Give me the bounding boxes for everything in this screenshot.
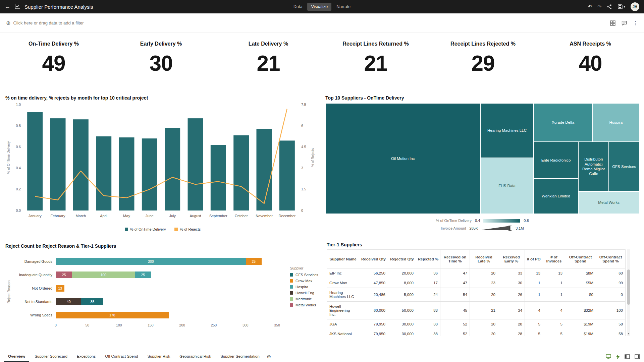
treemap-tile-fhs-data[interactable]: FHS Data [480, 158, 533, 214]
bar-september[interactable] [211, 145, 226, 210]
share-icon[interactable] [607, 4, 612, 9]
table-row-jks-national[interactable]: JKS National79,95030,0003852202855$19M58 [327, 329, 626, 336]
bar-segment-hospira[interactable]: 300 [56, 258, 246, 265]
table-row-eip-inc[interactable]: EIP Inc56,25020,000364720331313$8M60 [327, 268, 626, 278]
bar-july[interactable] [165, 128, 180, 211]
canvas-tab-supplier-risk[interactable]: Supplier Risk [143, 351, 174, 362]
tab-visualize[interactable]: Visualize [307, 3, 331, 11]
add-canvas-icon[interactable]: ⊕ [264, 351, 275, 362]
legend-item-of-ontime-delivery[interactable]: % of OnTime Delivery [125, 227, 166, 231]
table-row-howell-engineering-inc[interactable]: Howell Engineering Inc.60,00050,00083452… [327, 302, 626, 319]
bar-segment-hospira[interactable]: 25 [135, 272, 151, 278]
column-header-supplier-name[interactable]: Supplier Name [327, 250, 359, 268]
more-options-icon[interactable]: ⋮ [633, 20, 638, 26]
table-scrollbar[interactable]: ▼ [627, 249, 630, 336]
treemap-tile-ente-radiofonico[interactable]: Ente Radiofonico [534, 142, 579, 179]
column-header-received-qty[interactable]: Received Qty [359, 250, 388, 268]
ontime-rejects-chart-card[interactable]: % on time delivery, % rejects by month f… [0, 93, 323, 241]
bar-segment-grow-max[interactable]: 25 [246, 258, 262, 265]
bar-april[interactable] [96, 136, 111, 210]
bar-segment-metal-works[interactable]: 25 [56, 272, 72, 278]
legend-item-howell-eng[interactable]: Howell Eng [290, 291, 318, 295]
column-header-off-contract-spend[interactable]: Off-Contract Spend % [596, 250, 626, 268]
canvas-tab-supplier-segmentation[interactable]: Supplier Segmentation [216, 351, 263, 362]
column-header-of-po[interactable]: # of PO [525, 250, 543, 268]
bar-segment-grow-max[interactable]: 178 [56, 312, 169, 318]
bar-october[interactable] [233, 135, 249, 210]
kpi-tile-asn-receipts[interactable]: ASN Receipts %40 [537, 33, 644, 93]
treemap-tile-hearing-machines-llc[interactable]: Hearing Machines LLC [480, 103, 533, 158]
tier1-suppliers-table-card[interactable]: Tier-1 Suppliers Supplier NameReceived Q… [323, 241, 644, 351]
bar-segment-gfs-services[interactable]: 35 [81, 298, 103, 305]
save-icon[interactable]: ▾ [618, 4, 625, 9]
column-header-off-contract-spend[interactable]: Off-Contract Spend [565, 250, 596, 268]
add-filter-button[interactable]: ⊕ Click here or drag data to add a filte… [6, 20, 84, 26]
value-cell: 20,486 [359, 288, 388, 302]
bar-segment-medtronic[interactable]: 100 [72, 272, 135, 278]
bar-august[interactable] [188, 118, 203, 210]
bar-january[interactable] [27, 112, 43, 210]
top10-suppliers-treemap-card[interactable]: Top 10 Suppliers - OnTime Delivery Oil M… [323, 93, 644, 241]
size-wedge-icon[interactable] [481, 226, 512, 231]
treemap-tile-distributori-automatici-roma-miglior-caffe[interactable]: Distributori Automatici Roma Miglior Caf… [578, 142, 609, 191]
kpi-tile-early-delivery[interactable]: Early Delivery %30 [107, 33, 215, 93]
column-header-received-early[interactable]: Received Early % [498, 250, 525, 268]
bar-march[interactable] [73, 119, 89, 210]
bar-june[interactable] [142, 138, 157, 210]
comments-icon[interactable] [622, 20, 627, 26]
canvas-tab-supplier-scorecard[interactable]: Supplier Scorecard [31, 351, 71, 362]
auto-insights-icon[interactable] [616, 354, 620, 359]
canvas-tab-off-contract-spend[interactable]: Off Contract Spend [101, 351, 142, 362]
treemap-tile-wenxian-limited[interactable]: Wenxian Limited [534, 179, 579, 214]
bar-february[interactable] [50, 118, 66, 210]
legend-item-of-rejects[interactable]: % of Rejects [174, 227, 201, 231]
kpi-tile-receipt-lines-rejected[interactable]: Receipt Lines Rejected %29 [429, 33, 537, 93]
column-header-rejected-qty[interactable]: Rejected Qty [388, 250, 416, 268]
column-header-of-invoices[interactable]: # of Invoices [543, 250, 565, 268]
scroll-down-icon[interactable]: ▼ [627, 332, 630, 336]
table-row-jga[interactable]: JGA79,95030,0003852202855$19M58 [327, 319, 626, 329]
column-header-received-on-time[interactable]: Received on Time % [440, 250, 470, 268]
grammar-panel-toggle-icon[interactable] [625, 354, 630, 359]
legend-item-medtronic[interactable]: Medtronic [290, 297, 318, 301]
canvas-tab-geographical-risk[interactable]: Geographical Risk [175, 351, 215, 362]
column-header-received-late[interactable]: Received Late % [470, 250, 498, 268]
avatar[interactable]: JH [631, 2, 639, 11]
canvas-tab-exceptions[interactable]: Exceptions [73, 351, 100, 362]
treemap-tile-hospira[interactable]: Hospira [593, 103, 639, 142]
rejects-line[interactable] [35, 109, 287, 203]
legend-item-grow-max[interactable]: Grow Max [290, 279, 318, 283]
bar-may[interactable] [119, 137, 135, 210]
canvas-tab-bar: OverviewSupplier ScorecardExceptionsOff … [0, 351, 644, 362]
kpi-tile-late-delivery[interactable]: Late Delivery %21 [215, 33, 322, 93]
bar-december[interactable] [279, 140, 295, 210]
table-row-grow-max[interactable]: Grow Max47,8508,0001747233011$5M99 [327, 278, 626, 288]
bar-november[interactable] [257, 129, 272, 210]
value-cell: 26 [498, 288, 525, 302]
column-header-rejected[interactable]: Rejected % [416, 250, 440, 268]
legend-item-gfs-services[interactable]: GFS Services [290, 273, 318, 277]
redo-icon[interactable]: ↷ [597, 4, 602, 10]
reject-count-chart-card[interactable]: Reject Count be Reject Reason & Tier-1 S… [0, 241, 323, 351]
kpi-tile-on-time-delivery[interactable]: On-Time Delivery %49 [0, 33, 107, 93]
treemap-tile-gfs-services[interactable]: GFS Services [609, 142, 639, 191]
present-mode-icon[interactable] [606, 354, 611, 359]
tab-narrate[interactable]: Narrate [333, 3, 354, 11]
undo-icon[interactable]: ↶ [588, 4, 592, 10]
properties-panel-toggle-icon[interactable] [635, 354, 640, 359]
legend-item-hospira[interactable]: Hospira [290, 285, 318, 289]
table-row-hearing-machines-llc[interactable]: Hearing Machines LLC20,4865,000245420261… [327, 288, 626, 302]
legend-item-metal-works[interactable]: Metal Works [290, 303, 318, 307]
scrollbar-thumb[interactable] [627, 269, 630, 305]
back-icon[interactable]: ← [5, 3, 10, 10]
bar-segment-howell-eng[interactable]: 40 [56, 298, 81, 305]
treemap-tile-xgrade-delta[interactable]: Xgrade Delta [534, 103, 593, 142]
kpi-tile-receipt-lines-returned[interactable]: Receipt Lines Returned %21 [322, 33, 429, 93]
canvas-settings-icon[interactable] [610, 20, 615, 26]
treemap-tile-oil-motion-inc[interactable]: Oil Motion Inc [325, 103, 480, 214]
treemap-tile-metal-works[interactable]: Metal Works [578, 191, 639, 214]
save-caret-icon[interactable]: ▾ [624, 5, 625, 8]
canvas-tab-overview[interactable]: Overview [4, 351, 29, 362]
tab-data[interactable]: Data [290, 3, 306, 11]
bar-segment-grow-max[interactable]: 13 [56, 285, 64, 292]
